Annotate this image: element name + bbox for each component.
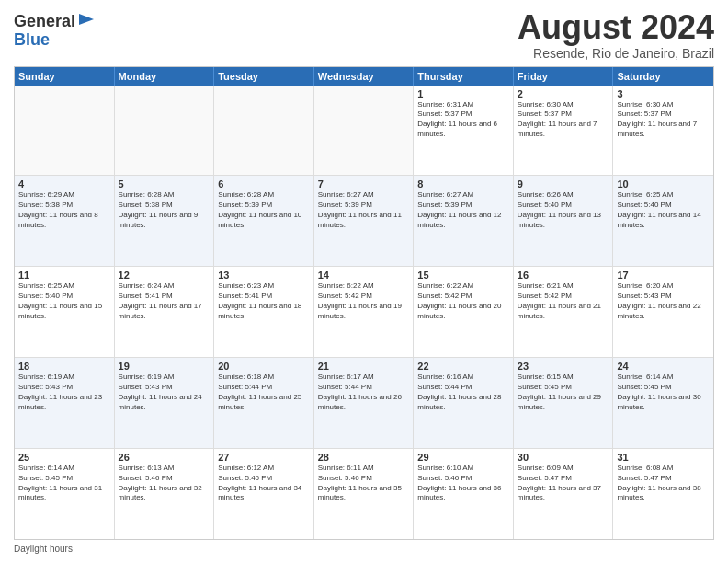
day-number: 15	[417, 270, 509, 281]
calendar-cell: 15Sunrise: 6:22 AM Sunset: 5:42 PM Dayli…	[414, 267, 514, 357]
calendar-cell: 3Sunrise: 6:30 AM Sunset: 5:37 PM Daylig…	[613, 86, 713, 176]
day-number: 31	[617, 452, 710, 463]
day-info: Sunrise: 6:15 AM Sunset: 5:45 PM Dayligh…	[518, 373, 609, 412]
calendar-cell: 19Sunrise: 6:19 AM Sunset: 5:43 PM Dayli…	[115, 358, 215, 448]
calendar-week-4: 25Sunrise: 6:14 AM Sunset: 5:45 PM Dayli…	[15, 449, 713, 539]
logo: General Blue	[14, 13, 96, 50]
calendar-cell: 9Sunrise: 6:26 AM Sunset: 5:40 PM Daylig…	[514, 176, 614, 266]
day-info: Sunrise: 6:20 AM Sunset: 5:43 PM Dayligh…	[617, 282, 710, 321]
day-info: Sunrise: 6:21 AM Sunset: 5:42 PM Dayligh…	[518, 282, 609, 321]
calendar-cell	[214, 86, 314, 176]
calendar-week-1: 4Sunrise: 6:29 AM Sunset: 5:38 PM Daylig…	[15, 176, 713, 267]
calendar: SundayMondayTuesdayWednesdayThursdayFrid…	[14, 66, 714, 540]
calendar-cell: 1Sunrise: 6:31 AM Sunset: 5:37 PM Daylig…	[414, 86, 514, 176]
day-info: Sunrise: 6:14 AM Sunset: 5:45 PM Dayligh…	[617, 373, 710, 412]
logo-general-text: General	[14, 13, 75, 31]
calendar-cell: 14Sunrise: 6:22 AM Sunset: 5:42 PM Dayli…	[314, 267, 415, 357]
calendar-week-3: 18Sunrise: 6:19 AM Sunset: 5:43 PM Dayli…	[15, 358, 713, 449]
calendar-cell: 31Sunrise: 6:08 AM Sunset: 5:47 PM Dayli…	[613, 449, 713, 539]
calendar-cell: 22Sunrise: 6:16 AM Sunset: 5:44 PM Dayli…	[414, 358, 514, 448]
day-info: Sunrise: 6:30 AM Sunset: 5:37 PM Dayligh…	[518, 100, 609, 140]
calendar-cell: 16Sunrise: 6:21 AM Sunset: 5:42 PM Dayli…	[514, 267, 614, 357]
day-number: 18	[18, 361, 110, 372]
svg-marker-0	[79, 14, 94, 25]
header-cell-friday: Friday	[514, 67, 614, 86]
subtitle: Resende, Rio de Janeiro, Brazil	[518, 46, 714, 61]
day-info: Sunrise: 6:30 AM Sunset: 5:37 PM Dayligh…	[617, 100, 710, 140]
title-block: August 2024 Resende, Rio de Janeiro, Bra…	[518, 9, 714, 61]
day-number: 5	[119, 178, 210, 190]
header-cell-monday: Monday	[115, 67, 215, 86]
header-cell-sunday: Sunday	[15, 67, 115, 86]
header-cell-saturday: Saturday	[613, 67, 713, 86]
calendar-cell: 29Sunrise: 6:10 AM Sunset: 5:46 PM Dayli…	[414, 449, 514, 539]
calendar-cell: 7Sunrise: 6:27 AM Sunset: 5:39 PM Daylig…	[314, 176, 415, 266]
logo-flag-icon	[77, 12, 96, 30]
calendar-cell: 30Sunrise: 6:09 AM Sunset: 5:47 PM Dayli…	[514, 449, 614, 539]
calendar-cell: 10Sunrise: 6:25 AM Sunset: 5:40 PM Dayli…	[613, 176, 713, 266]
day-number: 24	[617, 361, 710, 372]
calendar-cell: 6Sunrise: 6:28 AM Sunset: 5:39 PM Daylig…	[214, 176, 314, 266]
day-info: Sunrise: 6:16 AM Sunset: 5:44 PM Dayligh…	[417, 373, 509, 412]
calendar-cell	[314, 86, 415, 176]
day-info: Sunrise: 6:19 AM Sunset: 5:43 PM Dayligh…	[119, 373, 210, 412]
day-number: 17	[617, 270, 710, 281]
calendar-body: 1Sunrise: 6:31 AM Sunset: 5:37 PM Daylig…	[15, 86, 713, 539]
calendar-cell	[115, 86, 215, 176]
day-number: 25	[18, 452, 110, 463]
day-number: 3	[617, 88, 710, 99]
day-info: Sunrise: 6:27 AM Sunset: 5:39 PM Dayligh…	[318, 190, 410, 230]
logo-blue-text: Blue	[14, 31, 96, 50]
page: General Blue August 2024 Resende, Rio de…	[0, 0, 728, 563]
day-info: Sunrise: 6:28 AM Sunset: 5:38 PM Dayligh…	[119, 190, 210, 230]
day-info: Sunrise: 6:08 AM Sunset: 5:47 PM Dayligh…	[617, 464, 710, 503]
day-info: Sunrise: 6:27 AM Sunset: 5:39 PM Dayligh…	[417, 190, 509, 230]
day-number: 9	[518, 178, 609, 190]
day-number: 7	[318, 178, 410, 190]
day-number: 23	[518, 361, 609, 372]
day-info: Sunrise: 6:25 AM Sunset: 5:40 PM Dayligh…	[18, 282, 110, 321]
calendar-cell: 13Sunrise: 6:23 AM Sunset: 5:41 PM Dayli…	[214, 267, 314, 357]
day-info: Sunrise: 6:13 AM Sunset: 5:46 PM Dayligh…	[119, 464, 210, 503]
header-cell-thursday: Thursday	[414, 67, 514, 86]
day-info: Sunrise: 6:23 AM Sunset: 5:41 PM Dayligh…	[218, 282, 310, 321]
calendar-header-row: SundayMondayTuesdayWednesdayThursdayFrid…	[15, 67, 713, 86]
header-cell-tuesday: Tuesday	[214, 67, 314, 86]
day-number: 27	[218, 452, 310, 463]
day-number: 16	[518, 270, 609, 281]
day-number: 14	[318, 270, 410, 281]
day-info: Sunrise: 6:12 AM Sunset: 5:46 PM Dayligh…	[218, 464, 310, 503]
calendar-cell: 24Sunrise: 6:14 AM Sunset: 5:45 PM Dayli…	[613, 358, 713, 448]
calendar-cell: 4Sunrise: 6:29 AM Sunset: 5:38 PM Daylig…	[15, 176, 115, 266]
day-number: 29	[417, 452, 509, 463]
header: General Blue August 2024 Resende, Rio de…	[14, 9, 714, 61]
day-info: Sunrise: 6:18 AM Sunset: 5:44 PM Dayligh…	[218, 373, 310, 412]
calendar-cell: 27Sunrise: 6:12 AM Sunset: 5:46 PM Dayli…	[214, 449, 314, 539]
calendar-cell: 11Sunrise: 6:25 AM Sunset: 5:40 PM Dayli…	[15, 267, 115, 357]
day-number: 22	[417, 361, 509, 372]
calendar-cell: 21Sunrise: 6:17 AM Sunset: 5:44 PM Dayli…	[314, 358, 415, 448]
day-info: Sunrise: 6:22 AM Sunset: 5:42 PM Dayligh…	[318, 282, 410, 321]
calendar-week-2: 11Sunrise: 6:25 AM Sunset: 5:40 PM Dayli…	[15, 267, 713, 358]
calendar-cell: 28Sunrise: 6:11 AM Sunset: 5:46 PM Dayli…	[314, 449, 415, 539]
day-number: 2	[518, 88, 609, 99]
calendar-cell: 23Sunrise: 6:15 AM Sunset: 5:45 PM Dayli…	[514, 358, 614, 448]
day-info: Sunrise: 6:09 AM Sunset: 5:47 PM Dayligh…	[518, 464, 609, 503]
day-number: 6	[218, 178, 310, 190]
calendar-cell: 8Sunrise: 6:27 AM Sunset: 5:39 PM Daylig…	[414, 176, 514, 266]
day-info: Sunrise: 6:29 AM Sunset: 5:38 PM Dayligh…	[18, 190, 110, 230]
day-info: Sunrise: 6:24 AM Sunset: 5:41 PM Dayligh…	[119, 282, 210, 321]
header-cell-wednesday: Wednesday	[314, 67, 415, 86]
day-number: 28	[318, 452, 410, 463]
calendar-cell: 18Sunrise: 6:19 AM Sunset: 5:43 PM Dayli…	[15, 358, 115, 448]
day-info: Sunrise: 6:26 AM Sunset: 5:40 PM Dayligh…	[518, 190, 609, 230]
day-number: 1	[417, 88, 509, 99]
day-number: 4	[18, 178, 110, 190]
day-info: Sunrise: 6:25 AM Sunset: 5:40 PM Dayligh…	[617, 190, 710, 230]
day-info: Sunrise: 6:31 AM Sunset: 5:37 PM Dayligh…	[417, 100, 509, 140]
day-number: 19	[119, 361, 210, 372]
day-info: Sunrise: 6:28 AM Sunset: 5:39 PM Dayligh…	[218, 190, 310, 230]
day-number: 20	[218, 361, 310, 372]
day-info: Sunrise: 6:19 AM Sunset: 5:43 PM Dayligh…	[18, 373, 110, 412]
day-number: 8	[417, 178, 509, 190]
